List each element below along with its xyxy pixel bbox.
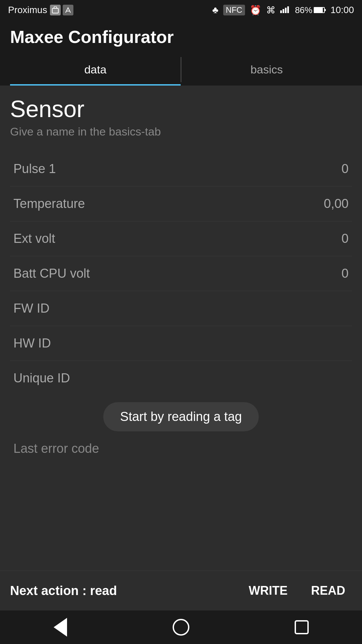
home-icon xyxy=(173,619,189,636)
write-button[interactable]: WRITE xyxy=(242,580,294,601)
data-row-pulse1: Pulse 1 0 xyxy=(10,152,352,186)
last-error-label: Last error code xyxy=(13,441,99,455)
label-unique-id: Unique ID xyxy=(13,371,70,385)
carrier-name: Proximus xyxy=(8,5,47,15)
label-batt-cpu-volt: Batt CPU volt xyxy=(13,266,90,281)
data-rows-container: Pulse 1 0 Temperature 0,00 Ext volt 0 Ba… xyxy=(10,152,352,395)
wifi-icon: ⌘ xyxy=(266,5,276,16)
value-temperature: 0,00 xyxy=(324,197,349,211)
back-icon xyxy=(54,618,67,637)
main-content: Sensor Give a name in the basics-tab Pul… xyxy=(0,86,362,463)
data-row-fw-id: FW ID xyxy=(10,291,352,326)
tabs-container: data basics xyxy=(10,54,352,86)
carrier-icon-1 xyxy=(50,5,61,15)
recent-button[interactable] xyxy=(288,614,315,641)
nav-bar xyxy=(0,610,362,644)
data-row-ext-volt: Ext volt 0 xyxy=(10,221,352,256)
tab-data[interactable]: data xyxy=(10,54,181,86)
home-button[interactable] xyxy=(168,614,194,641)
status-left: Proximus xyxy=(8,5,73,15)
label-hw-id: HW ID xyxy=(13,336,51,351)
label-ext-volt: Ext volt xyxy=(13,231,55,246)
alarm-icon: ⏰ xyxy=(250,5,261,16)
carrier-icons xyxy=(50,5,73,15)
recent-icon xyxy=(295,620,309,634)
tab-basics[interactable]: basics xyxy=(181,54,352,86)
svg-rect-0 xyxy=(52,8,58,13)
action-buttons: WRITE READ xyxy=(242,580,352,601)
label-fw-id: FW ID xyxy=(13,301,50,316)
signal-icon xyxy=(280,5,290,15)
last-error-row: Last error code xyxy=(10,435,352,463)
start-reading-tooltip: Start by reading a tag xyxy=(103,402,258,431)
battery-percent: 86% xyxy=(295,5,312,15)
next-action-label: Next action : read xyxy=(10,584,117,598)
value-batt-cpu-volt: 0 xyxy=(342,266,349,281)
tooltip-container: Start by reading a tag xyxy=(10,402,352,431)
read-button[interactable]: READ xyxy=(304,580,352,601)
svg-rect-6 xyxy=(314,8,323,12)
app-header: Maxee Configurator data basics xyxy=(0,20,362,86)
nfc-icon: NFC xyxy=(223,5,245,15)
svg-rect-1 xyxy=(280,10,282,13)
svg-rect-7 xyxy=(325,9,326,11)
back-button[interactable] xyxy=(47,614,74,641)
section-subtitle: Give a name in the basics-tab xyxy=(10,125,352,138)
value-pulse1: 0 xyxy=(342,162,349,176)
bluetooth-icon: ♣ xyxy=(212,5,218,15)
label-pulse1: Pulse 1 xyxy=(13,162,56,176)
section-title: Sensor xyxy=(10,96,352,122)
status-bar: Proximus ♣ NFC ⏰ ⌘ xyxy=(0,0,362,20)
svg-rect-2 xyxy=(283,9,284,13)
action-bar: Next action : read WRITE READ xyxy=(0,571,362,610)
value-ext-volt: 0 xyxy=(342,231,349,246)
svg-rect-4 xyxy=(287,6,289,13)
data-row-unique-id: Unique ID xyxy=(10,361,352,395)
data-row-batt-cpu-volt: Batt CPU volt 0 xyxy=(10,256,352,291)
data-row-temperature: Temperature 0,00 xyxy=(10,186,352,221)
svg-rect-3 xyxy=(285,8,287,13)
carrier-icon-2 xyxy=(63,5,73,15)
label-temperature: Temperature xyxy=(13,197,85,211)
battery-indicator: 86% xyxy=(295,5,326,15)
app-title: Maxee Configurator xyxy=(10,27,352,54)
data-row-hw-id: HW ID xyxy=(10,326,352,361)
status-right: ♣ NFC ⏰ ⌘ 86% 10:00 xyxy=(212,5,354,16)
time-display: 10:00 xyxy=(330,5,354,15)
